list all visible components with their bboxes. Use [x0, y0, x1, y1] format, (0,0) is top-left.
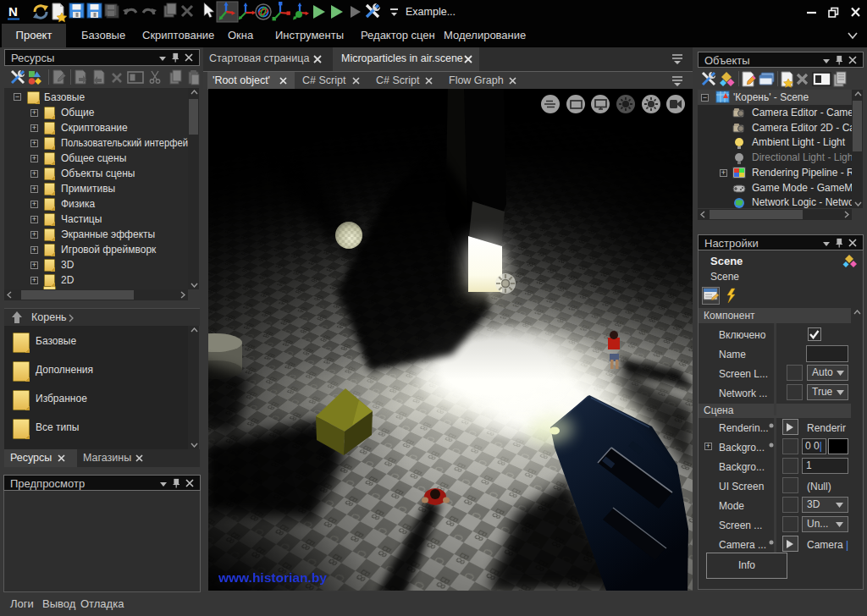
- svg-text:Example...: Example...: [406, 6, 456, 18]
- svg-text:N: N: [8, 4, 18, 19]
